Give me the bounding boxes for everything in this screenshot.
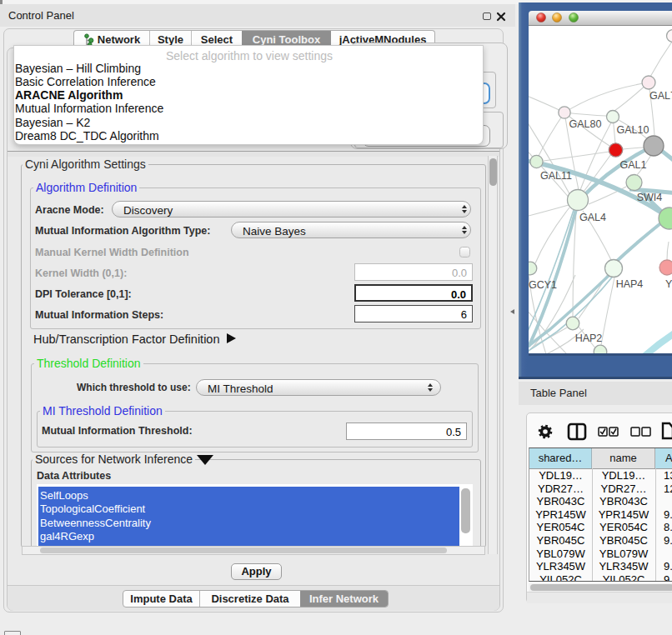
- svg-text:GAL4: GAL4: [579, 212, 606, 223]
- svg-text:SWI4: SWI4: [637, 192, 663, 203]
- svg-text:HAP2: HAP2: [575, 332, 603, 344]
- svg-text:GAL11: GAL11: [540, 170, 572, 182]
- svg-text:HAP4: HAP4: [616, 278, 644, 290]
- svg-text:GCY1: GCY1: [529, 279, 557, 291]
- svg-text:GAL1: GAL1: [620, 159, 647, 171]
- svg-text:GAL10: GAL10: [617, 124, 649, 136]
- svg-text:YJ: YJ: [665, 278, 672, 290]
- svg-text:GAL7: GAL7: [649, 90, 672, 102]
- svg-text:GAL80: GAL80: [569, 118, 602, 130]
